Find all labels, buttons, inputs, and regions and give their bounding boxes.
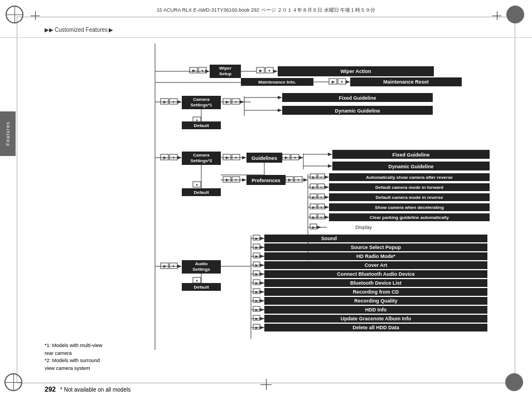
svg-text:Settings*1: Settings*1 bbox=[190, 103, 212, 108]
svg-text:Delete all HDD Data: Delete all HDD Data bbox=[352, 325, 400, 330]
svg-marker-85 bbox=[328, 153, 332, 156]
svg-marker-152 bbox=[317, 226, 321, 229]
svg-text:♦: ♦ bbox=[201, 69, 204, 72]
svg-marker-208 bbox=[260, 281, 264, 285]
svg-marker-73 bbox=[242, 156, 246, 159]
svg-text:Default: Default bbox=[194, 285, 209, 290]
svg-marker-238 bbox=[260, 326, 264, 329]
svg-text:♦: ♦ bbox=[235, 100, 237, 104]
note2-line1: *2: Models with surround bbox=[45, 357, 103, 365]
svg-text:Fixed Guideline: Fixed Guideline bbox=[392, 152, 429, 158]
svg-marker-232 bbox=[260, 317, 264, 320]
breadcrumb: ▶▶ Customized Features ▶ bbox=[45, 27, 113, 33]
svg-text:♦: ♦ bbox=[235, 178, 237, 182]
header: 15 ACURA RLX E-AWD-31TY36100.book 292 ペー… bbox=[0, 0, 532, 38]
svg-text:▶: ▶ bbox=[255, 317, 258, 320]
note2-line2: view camera system bbox=[45, 365, 103, 373]
note1-line1: *1: Models with multi-view bbox=[45, 342, 103, 350]
note1-line2: rear camera bbox=[45, 350, 103, 358]
svg-text:Settings*2: Settings*2 bbox=[190, 158, 212, 163]
svg-marker-220 bbox=[260, 299, 264, 303]
breadcrumb-prefix: ▶▶ bbox=[45, 27, 54, 33]
svg-text:Recording from CD: Recording from CD bbox=[353, 289, 399, 295]
svg-marker-96 bbox=[242, 178, 246, 182]
svg-marker-35 bbox=[177, 100, 182, 104]
header-text: 15 ACURA RLX E-AWD-31TY36100.book 292 ペー… bbox=[157, 7, 375, 14]
svg-text:▶: ▶ bbox=[255, 246, 258, 249]
svg-marker-202 bbox=[260, 272, 264, 276]
page-number: 292 bbox=[45, 386, 56, 393]
svg-marker-214 bbox=[260, 290, 264, 294]
svg-marker-190 bbox=[260, 255, 264, 258]
svg-text:HD Radio Mode*: HD Radio Mode* bbox=[356, 253, 395, 259]
svg-marker-146 bbox=[325, 216, 329, 219]
svg-text:♦: ♦ bbox=[320, 175, 322, 179]
svg-marker-130 bbox=[325, 196, 329, 199]
svg-text:♦: ♦ bbox=[196, 118, 198, 122]
svg-text:▶: ▶ bbox=[312, 196, 315, 199]
svg-text:▶: ▶ bbox=[192, 69, 196, 72]
svg-text:▶: ▶ bbox=[312, 186, 315, 189]
notes-section: *1: Models with multi-view rear camera *… bbox=[45, 342, 103, 372]
svg-text:♦: ♦ bbox=[196, 279, 198, 282]
svg-marker-164 bbox=[177, 265, 182, 268]
svg-text:▶: ▶ bbox=[255, 237, 258, 240]
svg-marker-44 bbox=[240, 100, 244, 104]
svg-text:▶: ▶ bbox=[259, 69, 263, 72]
svg-text:▶: ▶ bbox=[255, 281, 258, 285]
svg-marker-107 bbox=[303, 178, 308, 182]
side-tab: Features bbox=[0, 111, 16, 156]
side-tab-text: Features bbox=[5, 121, 11, 146]
svg-text:♦: ♦ bbox=[172, 264, 175, 268]
svg-marker-27 bbox=[346, 80, 350, 84]
svg-text:Show camera when decelerating: Show camera when decelerating bbox=[375, 205, 444, 210]
svg-text:♦: ♦ bbox=[320, 206, 322, 209]
svg-text:Clear parking guideline automa: Clear parking guideline automatically bbox=[370, 215, 449, 220]
svg-rect-179 bbox=[264, 235, 487, 242]
svg-text:▶: ▶ bbox=[255, 264, 258, 267]
svg-text:Preferences: Preferences bbox=[252, 178, 280, 183]
svg-text:Maintenance Info.: Maintenance Info. bbox=[258, 80, 296, 85]
svg-text:Maintenance Reset: Maintenance Reset bbox=[383, 79, 429, 85]
breadcrumb-label: Customized Features bbox=[55, 27, 108, 33]
svg-text:♦: ♦ bbox=[268, 69, 270, 72]
svg-marker-138 bbox=[325, 206, 329, 209]
svg-marker-114 bbox=[325, 175, 329, 179]
svg-text:Default camera mode in forward: Default camera mode in forward bbox=[375, 185, 443, 190]
svg-text:Automatically show camera afte: Automatically show camera after reverse bbox=[366, 175, 453, 180]
svg-text:▶: ▶ bbox=[255, 255, 258, 258]
svg-text:Camera: Camera bbox=[193, 153, 210, 158]
svg-text:▶: ▶ bbox=[332, 80, 335, 84]
svg-text:Guidelines: Guidelines bbox=[252, 155, 277, 161]
svg-text:Default camera mode in reverse: Default camera mode in reverse bbox=[376, 195, 443, 200]
crosshair-header-right bbox=[492, 11, 501, 20]
svg-text:♦: ♦ bbox=[235, 155, 237, 159]
svg-text:♦: ♦ bbox=[294, 155, 296, 159]
svg-text:Update Gracenote Album Info: Update Gracenote Album Info bbox=[341, 316, 412, 321]
svg-text:♦: ♦ bbox=[320, 216, 322, 219]
svg-text:Source Select Popup: Source Select Popup bbox=[351, 245, 402, 250]
breadcrumb-suffix: ▶ bbox=[109, 27, 113, 33]
svg-text:♦: ♦ bbox=[172, 100, 175, 104]
svg-text:▶: ▶ bbox=[255, 299, 258, 303]
svg-marker-49 bbox=[278, 109, 282, 112]
svg-text:Dynamic Guideline: Dynamic Guideline bbox=[335, 108, 380, 114]
svg-marker-226 bbox=[260, 308, 264, 311]
corner-bl bbox=[4, 373, 27, 396]
corner-br bbox=[505, 373, 528, 396]
svg-text:Default: Default bbox=[194, 190, 209, 195]
page-footer: 292 * Not available on all models bbox=[45, 386, 130, 393]
svg-text:Cover Art: Cover Art bbox=[365, 262, 388, 268]
svg-text:▶: ▶ bbox=[255, 326, 258, 329]
svg-text:♦: ♦ bbox=[297, 178, 299, 182]
svg-text:Dynamic Guideline: Dynamic Guideline bbox=[388, 164, 433, 169]
svg-marker-15 bbox=[273, 70, 278, 73]
svg-text:Sound: Sound bbox=[321, 236, 337, 241]
svg-marker-122 bbox=[325, 186, 329, 189]
svg-text:Recording Quality: Recording Quality bbox=[354, 298, 398, 304]
page-note: * Not available on all models bbox=[60, 387, 130, 393]
svg-marker-184 bbox=[260, 246, 264, 249]
svg-marker-48 bbox=[278, 96, 282, 99]
svg-marker-86 bbox=[328, 164, 332, 168]
svg-text:Bluetooth Device List: Bluetooth Device List bbox=[350, 280, 402, 286]
